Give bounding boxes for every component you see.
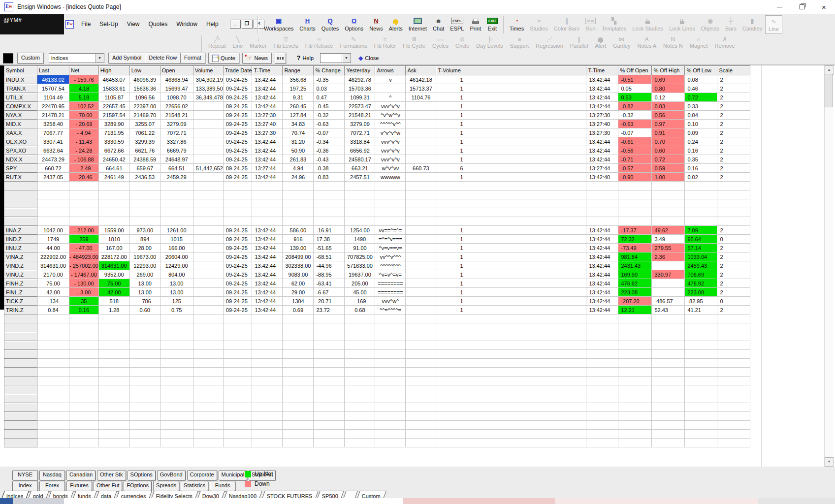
table-cell[interactable]: 7061.22 — [129, 128, 160, 137]
table-cell[interactable]: -0.56 — [618, 146, 652, 155]
sheet-tab-currencies[interactable]: currencies — [116, 491, 152, 499]
table-cell[interactable]: - 70.00 — [69, 111, 99, 120]
table-cell[interactable]: - 17467.00 — [69, 270, 99, 279]
table-cell[interactable]: 1104.49 — [37, 93, 69, 102]
table-cell[interactable]: 09-24-25 — [223, 297, 252, 306]
table-cell[interactable]: -0.32 — [314, 111, 345, 120]
table-cell[interactable]: 72.32 — [618, 235, 652, 244]
table-cell[interactable] — [193, 128, 223, 137]
table-cell[interactable]: 1 — [436, 75, 586, 84]
table-cell[interactable]: 15699.47 — [160, 84, 193, 93]
table-cell[interactable]: 0.91 — [652, 128, 685, 137]
table-cell[interactable]: 3255.07 — [129, 120, 160, 128]
table-cell[interactable]: 09-24-25 — [223, 235, 252, 244]
table-cell[interactable]: 22657.45 — [98, 102, 129, 111]
table-cell[interactable]: 0.83 — [652, 102, 685, 111]
table-cell[interactable]: 46368.94 — [160, 75, 193, 84]
table-cell[interactable]: 91.00 — [345, 244, 375, 252]
table-cell[interactable]: -51.65 — [314, 244, 345, 252]
table-cell[interactable] — [406, 111, 436, 120]
table-cell[interactable]: 0.16 — [685, 164, 717, 173]
table-cell[interactable]: 2 — [717, 111, 750, 120]
table-cell[interactable]: 70.74 — [283, 128, 314, 137]
table-cell[interactable]: 13.00 — [160, 288, 193, 297]
table-cell[interactable]: vvv^w^ — [375, 297, 406, 306]
table-cell[interactable]: 09-24-25 — [223, 75, 252, 84]
table-cell[interactable]: 1 — [436, 102, 586, 111]
table-cell[interactable]: vvv^v^v — [375, 102, 406, 111]
table-cell[interactable] — [193, 111, 223, 120]
table-cell[interactable]: 1304 — [283, 297, 314, 306]
table-cell[interactable]: 13:42:44 — [586, 279, 618, 288]
table-cell[interactable]: 804.00 — [160, 270, 193, 279]
table-cell[interactable]: 9.31 — [283, 93, 314, 102]
table-cell[interactable]: vvv^v^v — [375, 146, 406, 155]
table-cell[interactable]: 13:42:44 — [586, 226, 618, 235]
table-cell[interactable]: 19673.00 — [129, 252, 160, 261]
table-cell[interactable]: - 3.00 — [69, 288, 99, 297]
symbol-button[interactable]: VINU.Z — [4, 270, 37, 279]
toolbar-chat[interactable]: ☻Chat — [430, 15, 447, 34]
table-cell[interactable]: 1 — [436, 306, 586, 315]
table-cell[interactable]: - 159.76 — [69, 75, 99, 84]
table-cell[interactable]: 0.12 — [652, 93, 685, 102]
symbol-button[interactable]: RUT.X — [4, 173, 37, 182]
mdi-child-icon[interactable]: Ew — [65, 20, 74, 29]
toolbar-alerts[interactable]: Alerts — [386, 15, 406, 34]
table-cell[interactable]: - 11.43 — [69, 137, 99, 146]
table-cell[interactable]: 13:42:44 — [252, 270, 283, 279]
table-cell[interactable]: 22397.00 — [129, 102, 160, 111]
table-cell[interactable]: 17.38 — [314, 235, 345, 244]
table-cell[interactable]: 0.53 — [618, 93, 652, 102]
table-cell[interactable]: 664.51 — [160, 164, 193, 173]
table-cell[interactable]: 3279.09 — [160, 120, 193, 128]
table-cell[interactable]: 46142.18 — [406, 75, 436, 84]
table-cell[interactable]: 22573.47 — [345, 102, 375, 111]
table-cell[interactable]: 2461.49 — [98, 173, 129, 182]
table-cell[interactable] — [406, 279, 436, 288]
table-cell[interactable]: 0.69 — [283, 306, 314, 315]
table-cell[interactable]: -0.07 — [314, 128, 345, 137]
table-cell[interactable]: 34.83 — [283, 120, 314, 128]
table-cell[interactable]: 0 — [717, 235, 750, 244]
table-cell[interactable] — [406, 102, 436, 111]
table-cell[interactable]: 6672.66 — [98, 146, 129, 155]
table-cell[interactable]: 13:42:44 — [586, 261, 618, 270]
table-cell[interactable]: 13:27:44 — [252, 164, 283, 173]
table-cell[interactable]: - 20.46 — [69, 173, 99, 182]
table-cell[interactable] — [406, 137, 436, 146]
table-cell[interactable]: 2 — [717, 128, 750, 137]
table-cell[interactable]: -0.61 — [618, 137, 652, 146]
sheet-tab-data[interactable]: data — [96, 491, 117, 499]
table-cell[interactable]: -134 — [37, 297, 69, 306]
symbol-button[interactable]: COMPX.X — [4, 102, 37, 111]
table-cell[interactable]: 1254.00 — [345, 226, 375, 235]
table-cell[interactable]: 13:27:30 — [252, 128, 283, 137]
sheet-tab-dow30[interactable]: Dow30 — [197, 491, 225, 499]
table-cell[interactable]: 2 — [717, 306, 750, 315]
table-cell[interactable]: 13:42:44 — [252, 279, 283, 288]
vertical-scrollbar[interactable]: ▲ ▼ — [824, 65, 833, 467]
table-cell[interactable]: 518 — [98, 297, 129, 306]
table-cell[interactable]: 1.00 — [652, 173, 685, 182]
market-button-forex[interactable]: Forex — [39, 481, 65, 491]
table-cell[interactable]: 13:42:44 — [252, 102, 283, 111]
column-header-arrows[interactable]: Arrows — [375, 66, 406, 75]
table-cell[interactable]: v — [375, 75, 406, 84]
menu-set-up[interactable]: Set-Up — [95, 19, 122, 30]
symbol-button[interactable]: FINL.Z — [4, 288, 37, 297]
table-cell[interactable]: 0.33 — [685, 102, 717, 111]
table-cell[interactable]: -82.95 — [685, 297, 717, 306]
table-cell[interactable]: 29.00 — [283, 288, 314, 297]
table-cell[interactable]: 21478.21 — [37, 111, 69, 120]
table-cell[interactable]: 57.14 — [685, 244, 717, 252]
table-cell[interactable]: 3307.41 — [37, 137, 69, 146]
table-cell[interactable]: 1 — [436, 137, 586, 146]
table-cell[interactable]: 2 — [717, 173, 750, 182]
table-cell[interactable]: 13:42:44 — [252, 226, 283, 235]
table-cell[interactable]: 197.25 — [283, 84, 314, 93]
table-cell[interactable]: 44.00 — [37, 244, 69, 252]
table-cell[interactable]: 42.00 — [37, 288, 69, 297]
table-cell[interactable]: 6 — [436, 164, 586, 173]
table-cell[interactable]: 1099.31 — [345, 93, 375, 102]
